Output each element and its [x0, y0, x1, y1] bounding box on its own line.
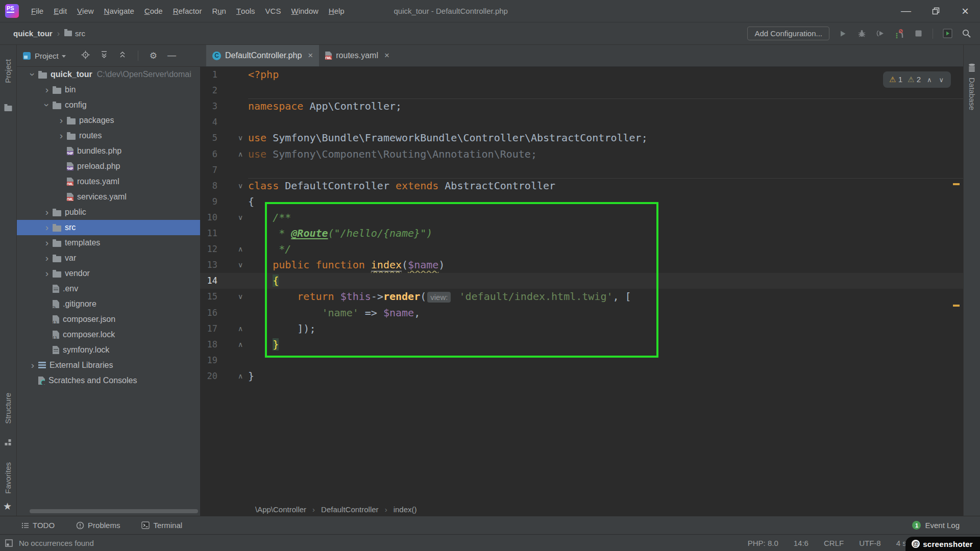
crumb-method[interactable]: index() [394, 505, 417, 514]
chevron-collapsed-icon[interactable]: › [41, 222, 53, 233]
menu-window[interactable]: Window [286, 0, 323, 22]
menu-file[interactable]: File [26, 0, 48, 22]
tab-routes-yaml[interactable]: YML routes.yaml × [319, 45, 396, 66]
menu-edit[interactable]: Edit [48, 0, 72, 22]
fold-marker-icon[interactable]: ∨ [238, 257, 243, 273]
code-editor[interactable]: 1<?php23namespace App\Controller;45∨use … [200, 67, 963, 503]
database-icon[interactable] [968, 63, 976, 74]
stripe-project-button[interactable]: Project [4, 59, 12, 83]
fold-marker-icon[interactable]: ∧ [238, 146, 243, 162]
fold-marker-icon[interactable]: ∨ [238, 210, 243, 226]
tree-item-services-yaml[interactable]: YMLservices.yaml [17, 189, 200, 205]
warning-stripe-mark[interactable] [953, 305, 960, 307]
status-caret-position[interactable]: 14:6 [794, 539, 808, 547]
tree-item-routes[interactable]: ›routes [17, 128, 200, 143]
tree-item-bundles-php[interactable]: PHPbundles.php [17, 143, 200, 159]
status-php-version[interactable]: PHP: 8.0 [748, 539, 778, 547]
fold-marker-icon[interactable]: ∧ [238, 337, 243, 353]
tree-item-src[interactable]: ›src [17, 220, 200, 235]
tree-horizontal-scrollbar[interactable] [30, 509, 198, 513]
terminal-button[interactable]: Terminal [141, 521, 182, 530]
tree-item-templates[interactable]: ›templates [17, 235, 200, 251]
fold-marker-icon[interactable]: ∨ [238, 178, 243, 194]
tree-item-routes-yaml[interactable]: YMLroutes.yaml [17, 174, 200, 189]
collapse-all-button[interactable] [118, 51, 127, 61]
fold-marker-icon[interactable]: ∧ [238, 368, 243, 384]
close-icon[interactable]: × [384, 51, 389, 61]
breadcrumb-src[interactable]: src [64, 29, 85, 38]
prev-warning-button[interactable]: ∧ [926, 76, 933, 84]
tree-item-composer-lock[interactable]: composer.lock [17, 327, 200, 342]
debug-button[interactable] [856, 28, 867, 39]
tree-item-packages[interactable]: ›packages [17, 113, 200, 128]
close-button[interactable]: × [950, 0, 980, 22]
menu-view[interactable]: View [72, 0, 99, 22]
maximize-button[interactable] [921, 0, 950, 22]
tree-item-vendor[interactable]: ›vendor [17, 266, 200, 281]
star-icon[interactable]: ★ [3, 500, 12, 512]
add-configuration-button[interactable]: Add Configuration... [747, 27, 829, 40]
inspection-widget[interactable]: ⚠ 1 ⚠ 2 ∧ ∨ [883, 71, 951, 88]
menu-navigate[interactable]: Navigate [99, 0, 139, 22]
problems-button[interactable]: Problems [76, 521, 120, 530]
fold-marker-icon[interactable]: ∨ [238, 130, 243, 146]
locate-file-button[interactable] [81, 51, 90, 61]
tree-item-public[interactable]: ›public [17, 205, 200, 220]
chevron-down-icon[interactable] [62, 55, 66, 58]
status-line-ending[interactable]: CRLF [824, 539, 844, 547]
stripe-database-button[interactable]: Database [968, 78, 976, 110]
run-with-coverage-button[interactable] [875, 28, 886, 39]
run-anything-button[interactable] [942, 28, 953, 39]
chevron-collapsed-icon[interactable]: › [41, 84, 53, 95]
tree-item-var[interactable]: ›var [17, 251, 200, 266]
debug-listener-button[interactable] [894, 28, 905, 39]
next-warning-button[interactable]: ∨ [938, 76, 945, 84]
chevron-expanded-icon[interactable]: › [27, 69, 38, 80]
menu-refactor[interactable]: Refactor [168, 0, 207, 22]
stripe-favorites-button[interactable]: Favorites [4, 462, 12, 494]
tree-item-bin[interactable]: ›bin [17, 82, 200, 97]
fold-marker-icon[interactable]: ∨ [238, 289, 243, 305]
menu-tools[interactable]: Tools [231, 0, 260, 22]
menu-vcs[interactable]: VCS [260, 0, 286, 22]
chevron-collapsed-icon[interactable]: › [41, 207, 53, 218]
chevron-collapsed-icon[interactable]: › [41, 237, 53, 248]
chevron-collapsed-icon[interactable]: › [27, 360, 38, 371]
warning-stripe-mark[interactable] [953, 183, 960, 185]
close-icon[interactable]: × [308, 51, 313, 61]
menu-help[interactable]: Help [324, 0, 350, 22]
tree-item-composer-json[interactable]: composer.json [17, 312, 200, 327]
tab-defaultcontroller-php[interactable]: C DefaultController.php × [206, 45, 319, 66]
project-tool-icon[interactable] [5, 104, 12, 113]
crumb-class[interactable]: DefaultController [321, 505, 379, 514]
chevron-collapsed-icon[interactable]: › [56, 130, 67, 141]
breadcrumb-project[interactable]: quick_tour [13, 29, 53, 38]
tree-item-scratches-and-consoles[interactable]: Scratches and Consoles [17, 373, 200, 388]
hide-panel-button[interactable]: — [167, 51, 176, 61]
project-panel-title[interactable]: Project [35, 52, 59, 60]
chevron-collapsed-icon[interactable]: › [56, 115, 67, 126]
fold-marker-icon[interactable]: ∧ [238, 321, 243, 337]
search-everywhere-button[interactable] [961, 28, 972, 39]
expand-all-button[interactable] [100, 51, 108, 61]
structure-icon[interactable] [5, 439, 12, 448]
run-button[interactable] [837, 28, 848, 39]
chevron-expanded-icon[interactable]: › [41, 99, 53, 111]
gear-icon[interactable]: ⚙ [150, 51, 157, 61]
tree-item-env[interactable]: .env [17, 281, 200, 296]
chevron-collapsed-icon[interactable]: › [41, 253, 53, 264]
chevron-collapsed-icon[interactable]: › [41, 268, 53, 279]
minimize-button[interactable]: — [891, 0, 921, 22]
stripe-structure-button[interactable]: Structure [4, 393, 12, 424]
tool-window-toggle-icon[interactable] [5, 539, 13, 547]
menu-code[interactable]: Code [139, 0, 168, 22]
tree-item-preload-php[interactable]: PHPpreload.php [17, 159, 200, 174]
status-encoding[interactable]: UTF-8 [859, 539, 881, 547]
tree-item-symfony-lock[interactable]: symfony.lock [17, 342, 200, 358]
tree-item-external-libraries[interactable]: ›External Libraries [17, 358, 200, 373]
menu-run[interactable]: Run [207, 0, 231, 22]
tree-item-quick-tour[interactable]: ›quick_tourC:\dev\OpenServer\domai [17, 67, 200, 82]
stop-button[interactable] [913, 28, 924, 39]
tree-item-gitignore[interactable]: .gitignore [17, 296, 200, 312]
fold-marker-icon[interactable]: ∧ [238, 241, 243, 257]
